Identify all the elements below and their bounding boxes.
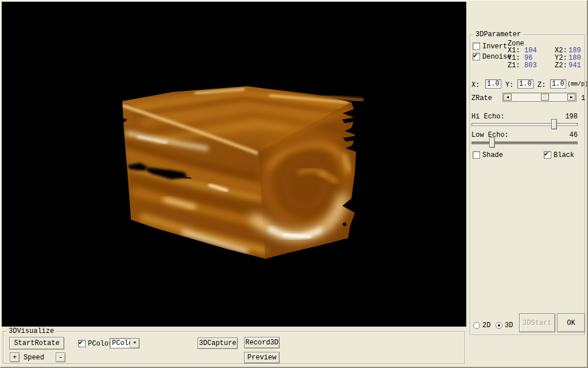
visualize-groupbox: 3DVisualize StartRotate ✔ PColor PColor … [3, 331, 465, 364]
denoise-checkbox[interactable]: ✔ [473, 53, 480, 60]
zone-x1-label: X1: [508, 47, 520, 55]
zrate-label: ZRate [471, 94, 492, 102]
zone-z1-label: Z1: [508, 62, 520, 70]
invert-checkbox[interactable]: ✔ [473, 43, 480, 50]
speed-label: Speed [24, 354, 44, 362]
start-rotate-button[interactable]: StartRotate [9, 337, 64, 350]
low-echo-slider-track[interactable] [471, 141, 578, 144]
zone-y2-label: Y2: [555, 54, 567, 62]
3dcapture-button[interactable]: 3DCapture [198, 338, 238, 349]
x-scale-input[interactable] [485, 79, 501, 89]
hi-echo-slider-thumb[interactable] [551, 119, 557, 129]
y-scale-input[interactable] [517, 79, 533, 89]
render-viewport[interactable] [2, 2, 466, 327]
preview-button[interactable]: Preview [244, 352, 280, 363]
3dstart-button[interactable]: 3DStart [519, 313, 555, 332]
zone-y1-value: 96 [524, 54, 532, 62]
visualize-groupbox-title: 3DVisualize [6, 327, 56, 335]
pcolor-dropdown[interactable]: PColor ▼ [110, 338, 140, 348]
zrate-scrollbar-thumb[interactable] [541, 94, 549, 101]
zone-y1-label: Y1: [508, 54, 520, 62]
zone-z2-value: 941 [568, 62, 581, 70]
check-icon: ✔ [79, 339, 83, 347]
scrollbar-left-arrow-icon[interactable]: ◀ [504, 94, 512, 101]
zone-x2-value: 189 [568, 47, 581, 55]
mode-2d-label: 2D [482, 321, 490, 329]
mode-3d-label: 3D [505, 321, 513, 329]
shade-checkbox[interactable]: ✔ [473, 151, 480, 159]
scrollbar-right-arrow-icon[interactable]: ▶ [567, 94, 575, 101]
zone-z2-label: Z2: [555, 62, 567, 70]
z-scale-input[interactable] [550, 79, 566, 89]
zone-y2-value: 180 [568, 54, 581, 62]
scale-unit-label: (mm/p) [567, 80, 588, 89]
radio-dot-icon [498, 324, 500, 327]
low-echo-slider[interactable] [471, 137, 578, 148]
ok-button[interactable]: OK [557, 313, 585, 332]
parameter-groupbox: 3DParameter ✔ Invert ✔ Denoise Zone X1: … [470, 34, 585, 335]
speed-minus-button[interactable]: - [56, 352, 65, 362]
invert-label: Invert [482, 43, 507, 51]
black-checkbox[interactable]: ✔ [544, 151, 551, 159]
check-icon: ✔ [544, 150, 548, 158]
record3d-button[interactable]: Record3D [244, 337, 280, 348]
hi-echo-slider-track[interactable] [471, 123, 578, 126]
z-scale-label: Z: [537, 81, 546, 89]
y-scale-label: Y: [505, 81, 513, 89]
black-label: Black [554, 151, 574, 159]
pcolor-checkbox[interactable]: ✔ [78, 340, 86, 347]
zrate-value: 1 [581, 94, 585, 102]
speed-plus-button[interactable]: + [10, 352, 20, 362]
low-echo-slider-thumb[interactable] [489, 137, 495, 148]
ultrasound-volume-rendering [2, 2, 466, 327]
pcolor-label: PColor [88, 340, 113, 348]
dropdown-arrow-icon[interactable]: ▼ [130, 339, 139, 348]
check-icon: ✔ [473, 52, 477, 60]
mode-2d-radio[interactable] [473, 322, 480, 329]
zrate-scrollbar[interactable]: ◀ ▶ [502, 93, 577, 102]
hi-echo-slider[interactable] [471, 118, 578, 130]
denoise-label: Denoise [482, 53, 511, 61]
zone-x1-value: 104 [524, 47, 537, 55]
parameter-groupbox-title: 3DParameter [473, 30, 523, 39]
shade-label: Shade [482, 151, 503, 159]
zone-x2-label: X2: [555, 47, 567, 55]
mode-3d-radio[interactable] [496, 322, 502, 329]
zone-z1-value: 803 [524, 62, 537, 70]
x-scale-label: X: [471, 81, 479, 89]
